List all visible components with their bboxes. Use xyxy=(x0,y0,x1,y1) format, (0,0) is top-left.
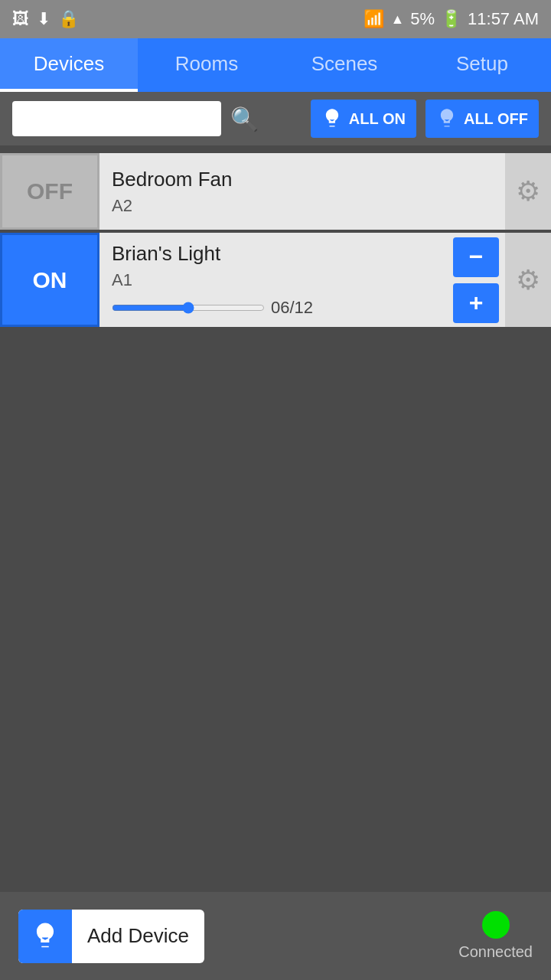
status-bar-left: 🖼 ⬇ 🔒 xyxy=(12,9,79,29)
tab-setup[interactable]: Setup xyxy=(413,38,551,92)
brians-light-toggle[interactable]: ON xyxy=(0,233,99,327)
brians-light-actions: ⚙ xyxy=(505,233,551,327)
signal-icon: ▲ xyxy=(390,11,404,28)
connection-label: Connected xyxy=(458,943,533,961)
lock-icon: 🔒 xyxy=(58,9,79,29)
brians-light-dim-plus[interactable]: + xyxy=(453,283,499,323)
brians-light-info: Brian's Light A1 06/12 xyxy=(99,233,447,327)
nav-tabs: Devices Rooms Scenes Setup xyxy=(0,38,551,92)
tab-devices[interactable]: Devices xyxy=(0,38,138,92)
download-icon: ⬇ xyxy=(37,9,51,29)
bedroom-fan-toggle[interactable]: OFF xyxy=(0,153,99,230)
add-device-button[interactable]: Add Device xyxy=(18,910,204,963)
brians-light-name: Brian's Light xyxy=(112,242,435,266)
device-list: OFF Bedroom Fan A2 ⚙ ON Brian's Light A1… xyxy=(0,153,551,327)
bedroom-fan-address: A2 xyxy=(112,196,493,216)
brians-light-dim-minus[interactable]: − xyxy=(453,237,499,277)
image-icon: 🖼 xyxy=(12,9,29,29)
search-input[interactable] xyxy=(12,101,221,136)
add-device-label: Add Device xyxy=(81,924,204,948)
connection-status: Connected xyxy=(458,911,533,961)
brians-light-address: A1 xyxy=(112,270,435,290)
brians-light-slider[interactable] xyxy=(112,302,265,314)
bottom-bar: Add Device Connected xyxy=(0,892,551,980)
bedroom-fan-info: Bedroom Fan A2 xyxy=(99,153,505,230)
status-bar-right: 📶 ▲ 5% 🔋 11:57 AM xyxy=(364,9,539,29)
brians-light-controls: 06/12 xyxy=(112,298,435,318)
add-device-icon-box xyxy=(18,910,72,963)
tab-rooms[interactable]: Rooms xyxy=(138,38,276,92)
all-off-button[interactable]: ALL OFF xyxy=(425,100,539,138)
all-off-bulb-icon xyxy=(436,108,458,129)
add-device-bulb-icon xyxy=(31,922,60,951)
table-row: OFF Bedroom Fan A2 ⚙ xyxy=(0,153,551,230)
tab-scenes[interactable]: Scenes xyxy=(276,38,413,92)
all-on-bulb-icon xyxy=(321,108,343,129)
wifi-icon: 📶 xyxy=(364,9,384,29)
brians-light-dim-value: 06/12 xyxy=(271,298,313,318)
clock: 11:57 AM xyxy=(468,9,539,29)
status-bar: 🖼 ⬇ 🔒 📶 ▲ 5% 🔋 11:57 AM xyxy=(0,0,551,38)
bedroom-fan-name: Bedroom Fan xyxy=(112,168,493,191)
bedroom-fan-settings-icon[interactable]: ⚙ xyxy=(516,175,540,207)
all-on-button[interactable]: ALL ON xyxy=(311,100,416,138)
search-icon[interactable]: 🔍 xyxy=(230,106,259,132)
table-row: ON Brian's Light A1 06/12 − + ⚙ xyxy=(0,233,551,327)
connected-dot xyxy=(482,911,510,939)
brians-light-settings-icon[interactable]: ⚙ xyxy=(516,264,540,296)
bedroom-fan-actions: ⚙ xyxy=(505,153,551,230)
battery-icon: 🔋 xyxy=(441,9,461,29)
battery-text: 5% xyxy=(410,9,435,29)
toolbar: 🔍 ALL ON ALL OFF xyxy=(0,92,551,145)
